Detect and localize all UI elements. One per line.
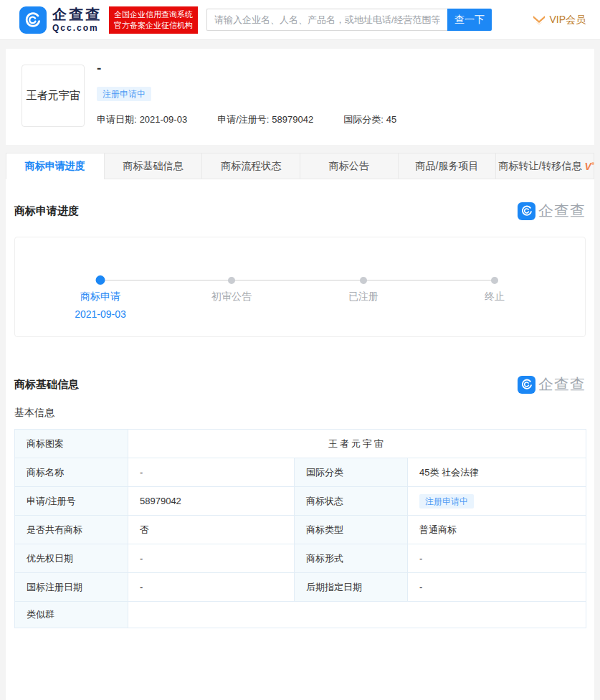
timeline-dot xyxy=(491,277,498,284)
qcc-logo[interactable]: 企查查 Qcc.com xyxy=(19,6,102,34)
qcc-watermark-icon xyxy=(518,202,535,220)
trademark-summary-card: 王者元宇宙 - 注册申请中 申请日期:2021-09-03 申请/注册号:589… xyxy=(6,49,594,145)
search-button[interactable]: 查一下 xyxy=(447,9,492,31)
row-value: 58979042 xyxy=(128,487,295,516)
timeline-step-terminated: 终止 xyxy=(444,271,545,303)
gov-certification-badge: 全国企业信用查询系统 官方备案企业征信机构 xyxy=(109,6,198,34)
tab-announcement[interactable]: 商标公告 xyxy=(300,153,399,179)
row-value: - xyxy=(408,544,586,573)
vip-member-link[interactable]: VIP会员 xyxy=(533,14,586,27)
row-value: - xyxy=(128,544,295,573)
table-row: 申请/注册号 58979042 商标状态 注册申请中 xyxy=(15,487,586,516)
trademark-image-cell: 王者元宇宙 xyxy=(128,430,586,458)
tab-transfer-info[interactable]: 商标转让/转移信息V xyxy=(496,153,594,179)
row-value: 注册申请中 xyxy=(408,487,586,516)
table-row: 优先权日期 - 商标形式 - xyxy=(15,544,586,573)
main-content: 商标申请进度 企查查 商标申请 2021-09-03 初审公告 已注册 xyxy=(6,179,594,700)
timeline-step-registered: 已注册 xyxy=(313,271,414,303)
logo-domain: Qcc.com xyxy=(52,24,102,32)
detail-tabs: 商标申请进度 商标基础信息 商标流程状态 商标公告 商品/服务项目 商标转让/转… xyxy=(6,153,594,179)
intl-class-meta: 国际分类:45 xyxy=(343,113,396,126)
vip-icon: V xyxy=(584,161,591,172)
row-label: 优先权日期 xyxy=(15,544,128,573)
row-value: 否 xyxy=(128,516,295,544)
apply-date-meta: 申请日期:2021-09-03 xyxy=(97,113,187,126)
row-label: 国标注册日期 xyxy=(15,573,128,602)
row-label: 是否共有商标 xyxy=(15,516,128,544)
row-label: 类似群 xyxy=(15,602,128,628)
basic-info-table: 商标图案 王者元宇宙 商标名称 - 国际分类 45类 社会法律 申请/注册号 5… xyxy=(14,429,586,628)
row-value: - xyxy=(408,573,586,602)
search-input[interactable] xyxy=(206,9,447,31)
logo-name: 企查查 xyxy=(52,7,102,22)
table-row: 是否共有商标 否 商标类型 普通商标 xyxy=(15,516,586,544)
timeline-step-preliminary: 初审公告 xyxy=(181,271,282,303)
qcc-watermark: 企查查 xyxy=(518,374,586,394)
tab-goods-services[interactable]: 商品/服务项目 xyxy=(399,153,497,179)
qcc-logo-icon xyxy=(19,6,47,34)
tab-basic-info[interactable]: 商标基础信息 xyxy=(105,153,203,179)
table-row: 商标名称 - 国际分类 45类 社会法律 xyxy=(15,458,586,487)
row-label: 商标名称 xyxy=(15,458,128,487)
tab-process-status[interactable]: 商标流程状态 xyxy=(202,153,300,179)
row-label: 商标状态 xyxy=(295,487,408,516)
progress-section-title: 商标申请进度 xyxy=(14,204,79,218)
status-badge: 注册申请中 xyxy=(419,494,474,509)
row-value: 45类 社会法律 xyxy=(408,458,586,487)
row-value: - xyxy=(128,573,295,602)
vip-label: VIP会员 xyxy=(549,14,586,27)
gov-badge-line1: 全国企业信用查询系统 xyxy=(114,9,193,20)
application-timeline: 商标申请 2021-09-03 初审公告 已注册 终止 xyxy=(14,237,586,337)
qcc-watermark: 企查查 xyxy=(518,201,586,221)
basic-section-title: 商标基础信息 xyxy=(14,378,79,392)
timeline-connector xyxy=(100,280,495,281)
gov-badge-line2: 官方备案企业征信机构 xyxy=(114,20,193,31)
trademark-thumbnail-text: 王者元宇宙 xyxy=(27,89,80,103)
row-label: 商标形式 xyxy=(295,544,408,573)
table-row: 类似群 xyxy=(15,602,586,628)
top-navbar: 企查查 Qcc.com 全国企业信用查询系统 官方备案企业征信机构 查一下 VI… xyxy=(0,0,600,40)
qcc-watermark-icon xyxy=(518,376,535,394)
timeline-dot-active xyxy=(96,275,105,285)
trademark-image-text: 王者元宇宙 xyxy=(328,438,386,449)
row-value: - xyxy=(128,458,295,487)
table-row: 国标注册日期 - 后期指定日期 - xyxy=(15,573,586,602)
row-label: 后期指定日期 xyxy=(295,573,408,602)
timeline-dot xyxy=(360,277,367,284)
trademark-title: - xyxy=(97,60,427,76)
qcc-watermark-text: 企查查 xyxy=(538,374,586,394)
trademark-thumbnail[interactable]: 王者元宇宙 xyxy=(22,65,85,127)
tab-application-progress[interactable]: 商标申请进度 xyxy=(6,153,105,179)
qcc-watermark-text: 企查查 xyxy=(538,201,586,221)
row-label: 申请/注册号 xyxy=(15,487,128,516)
row-label: 商标类型 xyxy=(295,516,408,544)
row-label: 国际分类 xyxy=(295,458,408,487)
table-row: 商标图案 王者元宇宙 xyxy=(15,430,586,458)
basic-info-subtitle: 基本信息 xyxy=(14,407,586,420)
timeline-step-date: 2021-09-03 xyxy=(50,308,151,320)
vip-crown-icon xyxy=(533,15,546,25)
row-value xyxy=(128,602,586,628)
timeline-step-applied: 商标申请 2021-09-03 xyxy=(50,271,151,320)
timeline-dot xyxy=(228,277,235,284)
row-value: 普通商标 xyxy=(408,516,586,544)
registration-number-meta: 申请/注册号:58979042 xyxy=(217,113,313,126)
status-badge: 注册申请中 xyxy=(97,87,151,101)
row-label: 商标图案 xyxy=(15,430,128,458)
